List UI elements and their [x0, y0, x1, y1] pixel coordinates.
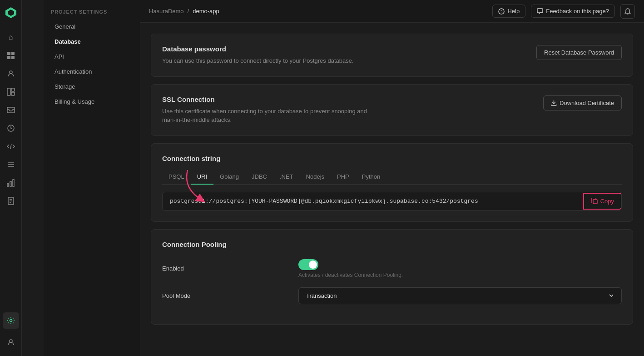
app-logo[interactable] — [4, 5, 18, 20]
svg-rect-18 — [13, 180, 14, 186]
pool-mode-value: Transaction — [306, 292, 337, 299]
tab-dotnet[interactable]: .NET — [273, 170, 300, 185]
ssl-action: Download Certificate — [543, 95, 622, 110]
connection-pooling-title: Connection Pooling — [162, 241, 622, 248]
enabled-control: Activates / deactivates Connection Pooli… — [298, 259, 622, 278]
reset-password-button[interactable]: Reset Database Password — [536, 45, 622, 60]
toggle-wrap: Activates / deactivates Connection Pooli… — [298, 259, 622, 278]
ssl-title: SSL Connection — [162, 95, 380, 103]
breadcrumb-sep: / — [188, 8, 189, 15]
sidebar-icon-user-profile[interactable] — [3, 334, 19, 351]
svg-text:?: ? — [500, 10, 503, 14]
sidebar-icon-list[interactable] — [3, 156, 19, 173]
bell-icon — [624, 8, 631, 15]
topbar: HasuraDemo / demo-app ? Help Feedback on… — [140, 0, 644, 23]
ssl-connection-card: SSL Connection Use this certificate when… — [151, 84, 633, 136]
connection-string-row: postgresql://postgres:[YOUR-PASSWORD]@db… — [162, 192, 622, 211]
svg-rect-17 — [10, 181, 11, 186]
ssl-desc: Use this certificate when connecting to … — [162, 107, 380, 125]
download-certificate-button[interactable]: Download Certificate — [543, 95, 622, 110]
enabled-description: Activates / deactivates Connection Pooli… — [298, 272, 622, 278]
connection-string-title: Connection string — [162, 155, 622, 162]
database-password-card: Database password You can use this passw… — [151, 34, 633, 77]
svg-point-24 — [10, 340, 12, 342]
pool-mode-label: Pool Mode — [162, 292, 298, 299]
main-content: Database password You can use this passw… — [140, 23, 644, 356]
help-button[interactable]: ? Help — [492, 5, 525, 18]
breadcrumb: HasuraDemo / demo-app — [149, 8, 219, 15]
svg-rect-10 — [7, 107, 15, 113]
pool-mode-control: Transaction — [298, 287, 622, 304]
svg-line-12 — [10, 144, 11, 149]
svg-rect-5 — [11, 56, 15, 59]
copy-icon — [591, 198, 598, 204]
database-password-action: Reset Database Password — [536, 45, 622, 60]
tab-nodejs[interactable]: Nodejs — [300, 170, 331, 185]
svg-rect-16 — [7, 183, 9, 186]
connection-pooling-card: Connection Pooling Enabled Activates / d… — [151, 229, 633, 325]
sidebar-icon-user[interactable] — [3, 65, 19, 82]
tab-jdbc[interactable]: JDBC — [245, 170, 273, 185]
tab-golang[interactable]: Golang — [213, 170, 245, 185]
sidebar-icon-docs[interactable] — [3, 193, 19, 209]
feedback-icon — [537, 8, 543, 15]
connection-string-card: Connection string PSQL URI Golang JDBC .… — [151, 143, 633, 222]
sidebar-icon-settings[interactable] — [3, 312, 19, 329]
breadcrumb-org[interactable]: HasuraDemo — [149, 8, 184, 15]
icon-sidebar: ⌂ — [0, 0, 22, 356]
tab-python[interactable]: Python — [356, 170, 386, 185]
svg-rect-4 — [7, 56, 10, 59]
notifications-button[interactable] — [620, 4, 635, 19]
database-password-title: Database password — [162, 45, 354, 53]
svg-rect-29 — [593, 200, 597, 204]
sidebar-icon-inbox[interactable] — [3, 102, 19, 118]
svg-rect-27 — [537, 9, 543, 13]
sidebar-icon-functions[interactable] — [3, 120, 19, 136]
svg-point-6 — [10, 71, 12, 74]
chevron-down-icon — [609, 293, 614, 298]
svg-rect-2 — [7, 52, 10, 55]
svg-rect-3 — [11, 52, 15, 55]
pool-mode-field-row: Pool Mode Transaction — [162, 287, 622, 304]
sidebar-icon-grid[interactable] — [3, 84, 19, 100]
download-icon — [551, 100, 557, 106]
help-icon: ? — [498, 8, 505, 15]
breadcrumb-project[interactable]: demo-app — [193, 8, 219, 15]
svg-rect-9 — [11, 92, 15, 95]
connection-string-value: postgresql://postgres:[YOUR-PASSWORD]@db… — [163, 192, 583, 210]
tab-psql[interactable]: PSQL — [162, 170, 191, 185]
enabled-label: Enabled — [162, 265, 298, 272]
feedback-button[interactable]: Feedback on this page? — [531, 5, 615, 18]
sidebar-icon-home[interactable]: ⌂ — [3, 29, 19, 45]
connection-string-tabs: PSQL URI Golang JDBC .NET Nodejs PHP Pyt… — [162, 170, 622, 185]
sidebar-icon-analytics[interactable] — [3, 175, 19, 191]
svg-point-23 — [10, 320, 12, 322]
sidebar-icon-code[interactable] — [3, 138, 19, 155]
enabled-toggle[interactable] — [298, 259, 318, 270]
topbar-actions: ? Help Feedback on this page? — [492, 4, 635, 19]
copy-button[interactable]: Copy — [583, 193, 621, 209]
ssl-content: SSL Connection Use this certificate when… — [162, 95, 380, 125]
toggle-thumb — [309, 261, 317, 269]
svg-rect-8 — [11, 88, 15, 91]
tab-uri[interactable]: URI — [191, 170, 213, 185]
tab-php[interactable]: PHP — [331, 170, 356, 185]
pool-mode-select[interactable]: Transaction — [298, 287, 622, 304]
svg-rect-7 — [7, 88, 10, 95]
enabled-field-row: Enabled Activates / deactivates Connecti… — [162, 259, 622, 278]
sidebar-icon-table[interactable] — [3, 47, 19, 64]
database-password-desc: You can use this password to connect dir… — [162, 56, 354, 65]
database-password-content: Database password You can use this passw… — [162, 45, 354, 65]
